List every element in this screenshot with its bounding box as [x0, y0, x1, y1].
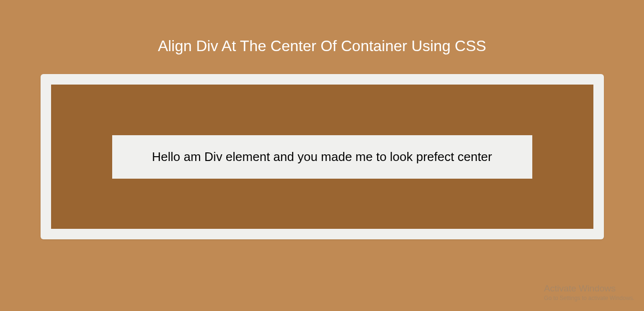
outer-container: Hello am Div element and you made me to … — [41, 74, 604, 239]
center-box: Hello am Div element and you made me to … — [112, 135, 532, 179]
page-title: Align Div At The Center Of Container Usi… — [0, 0, 644, 74]
windows-activation-watermark: Activate Windows Go to Settings to activ… — [544, 283, 634, 301]
watermark-subtitle: Go to Settings to activate Windows. — [544, 295, 634, 301]
center-text: Hello am Div element and you made me to … — [152, 150, 492, 164]
inner-container: Hello am Div element and you made me to … — [51, 85, 593, 229]
watermark-title: Activate Windows — [544, 283, 634, 294]
